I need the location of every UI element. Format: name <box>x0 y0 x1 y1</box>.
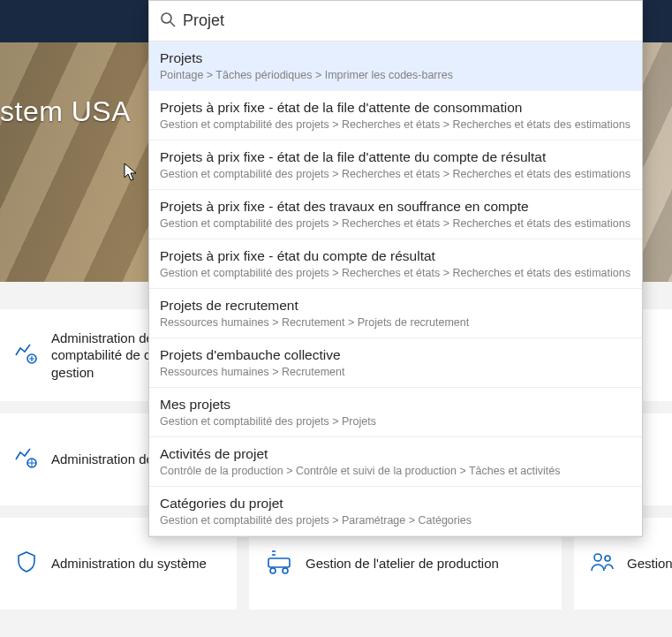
search-result-path: Gestion et comptabilité des projets > Re… <box>160 217 631 230</box>
search-result-path: Ressources humaines > Recrutement <box>160 366 631 378</box>
search-result-path: Gestion et comptabilité des projets > Pr… <box>160 415 631 428</box>
search-result-path: Gestion et comptabilité des projets > Re… <box>160 118 631 131</box>
search-result-title: Mes projets <box>160 397 631 413</box>
search-result-item[interactable]: Projets à prix fixe - état du compte de … <box>149 239 642 289</box>
search-result-item[interactable]: Catégories du projetGestion et comptabil… <box>149 487 642 536</box>
search-result-item[interactable]: Projets à prix fixe - état des travaux e… <box>149 190 642 239</box>
search-result-title: Projets de recrutement <box>160 298 631 314</box>
tile-label: Gestion de l'atelier de production <box>306 555 499 573</box>
search-result-item[interactable]: Projets à prix fixe - état de la file d'… <box>149 91 642 140</box>
search-result-item[interactable]: ProjetsPointage > Tâches périodiques > I… <box>149 42 642 91</box>
tile-label: Administration de <box>51 451 154 468</box>
chart-gear-icon <box>14 341 39 369</box>
search-result-path: Ressources humaines > Recrutement > Proj… <box>160 316 631 329</box>
chart-gear-icon <box>14 445 39 474</box>
shield-icon <box>14 550 39 578</box>
search-input[interactable] <box>183 11 631 30</box>
search-result-item[interactable]: Projets de recrutementRessources humaine… <box>149 289 642 338</box>
search-result-title: Projets à prix fixe - état de la file d'… <box>160 149 631 165</box>
search-result-path: Gestion et comptabilité des projets > Pa… <box>160 514 631 527</box>
search-result-title: Activités de projet <box>160 446 631 462</box>
search-result-path: Pointage > Tâches périodiques > Imprimer… <box>160 69 631 81</box>
search-result-path: Gestion et comptabilité des projets > Re… <box>160 267 631 279</box>
svg-rect-2 <box>268 558 290 567</box>
search-dropdown: ProjetsPointage > Tâches périodiques > I… <box>148 0 643 537</box>
search-result-path: Contrôle de la production > Contrôle et … <box>160 465 631 477</box>
search-box[interactable] <box>149 1 642 42</box>
search-result-title: Projets <box>160 50 631 66</box>
search-result-item[interactable]: Projets d'embauche collectiveRessources … <box>149 338 642 388</box>
search-result-title: Projets à prix fixe - état du compte de … <box>160 248 631 264</box>
search-result-title: Projets d'embauche collective <box>160 347 631 363</box>
search-result-path: Gestion et comptabilité des projets > Re… <box>160 168 631 180</box>
svg-point-6 <box>605 556 610 561</box>
factory-icon <box>265 550 293 578</box>
tile-label: Administration du système <box>51 555 207 573</box>
search-result-title: Catégories du projet <box>160 496 631 512</box>
svg-point-3 <box>270 568 276 573</box>
search-result-item[interactable]: Mes projetsGestion et comptabilité des p… <box>149 388 642 437</box>
svg-point-7 <box>162 13 171 23</box>
search-result-title: Projets à prix fixe - état des travaux e… <box>160 199 631 215</box>
people-icon <box>590 551 615 576</box>
svg-line-8 <box>170 22 175 27</box>
search-result-title: Projets à prix fixe - état de la file d'… <box>160 100 631 116</box>
svg-point-4 <box>283 568 288 573</box>
svg-point-5 <box>594 554 601 561</box>
search-icon <box>160 11 176 31</box>
search-result-item[interactable]: Activités de projetContrôle de la produc… <box>149 437 642 487</box>
search-result-item[interactable]: Projets à prix fixe - état de la file d'… <box>149 140 642 190</box>
tile-label: Gestion <box>627 555 672 573</box>
